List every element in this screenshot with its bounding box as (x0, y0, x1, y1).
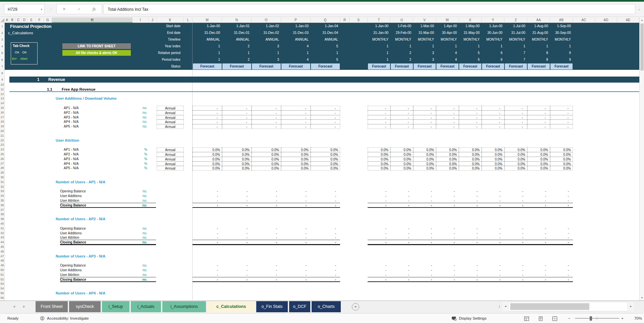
column-header-N[interactable]: N (222, 17, 252, 23)
row-label[interactable]: User Attrition (60, 273, 132, 277)
monthly-value-cell[interactable]: 0.0% (527, 157, 550, 162)
annual-value-cell[interactable]: 0.0% (311, 152, 340, 157)
annual-value-cell[interactable]: 0.0% (222, 152, 252, 157)
monthly-header-cell[interactable]: MONTHLY (390, 36, 413, 43)
annual-value-cell[interactable]: - (311, 120, 340, 124)
row-header-3[interactable]: 3 (0, 36, 5, 43)
monthly-value-cell[interactable]: - (504, 189, 527, 194)
zoom-slider[interactable] (575, 318, 619, 319)
monthly-value-cell[interactable]: - (436, 120, 459, 124)
annual-value-cell[interactable]: - (311, 231, 340, 236)
monthly-value-cell[interactable]: - (482, 235, 504, 240)
status-forecast-cell[interactable]: Forecast (281, 63, 310, 70)
row-label[interactable]: AP2 - N/A (64, 110, 131, 115)
monthly-value-cell[interactable]: - (413, 231, 436, 236)
monthly-header-cell[interactable]: 1 (436, 43, 459, 50)
annual-value-cell[interactable]: 0.0% (222, 166, 252, 171)
annual-value-cell[interactable]: - (222, 231, 252, 236)
monthly-value-cell[interactable]: - (390, 189, 413, 194)
column-header-G[interactable]: G (44, 17, 52, 23)
row-header-34[interactable]: 34 (0, 194, 5, 198)
monthly-header-cell[interactable]: 1 (368, 50, 390, 56)
sheet-tab-front-sheet[interactable]: Front Sheet (36, 301, 68, 312)
monthly-header-cell[interactable]: 8 (527, 56, 550, 63)
monthly-value-cell[interactable]: - (436, 273, 459, 277)
annual-value-cell[interactable]: - (193, 198, 222, 203)
annual-value-cell[interactable]: 0.0% (252, 157, 281, 162)
frequency-cell[interactable]: Annual (157, 110, 184, 115)
annual-header-cell[interactable]: 5 (311, 56, 340, 63)
annual-value-cell[interactable]: - (281, 268, 311, 273)
monthly-value-cell[interactable]: 0.0% (459, 147, 482, 152)
status-forecast-cell[interactable]: Forecast (550, 63, 573, 70)
monthly-value-cell[interactable]: - (550, 231, 573, 236)
monthly-value-cell[interactable]: - (459, 115, 482, 120)
annual-value-cell[interactable]: - (281, 110, 311, 115)
column-header-C[interactable]: C (15, 17, 21, 23)
monthly-value-cell[interactable]: - (368, 115, 390, 120)
monthly-value-cell[interactable]: - (459, 106, 482, 110)
annual-value-cell[interactable]: - (252, 106, 281, 110)
monthly-value-cell[interactable]: - (368, 124, 390, 129)
status-forecast-cell[interactable]: Forecast (252, 63, 281, 70)
monthly-value-cell[interactable]: 0.0% (413, 157, 436, 162)
annual-value-cell[interactable]: - (193, 124, 222, 129)
monthly-value-cell[interactable]: - (527, 124, 550, 129)
frequency-cell[interactable]: Annual (157, 147, 184, 152)
monthly-header-cell[interactable]: MONTHLY (413, 36, 436, 43)
annual-value-cell[interactable]: 0.0% (222, 157, 252, 162)
row-header-45[interactable]: 45 (0, 245, 5, 249)
row-label[interactable]: AP5 - N/A (64, 124, 131, 129)
annual-header-cell[interactable]: 1-Jan-02 (252, 23, 281, 30)
monthly-value-cell[interactable]: 0.0% (413, 166, 436, 171)
row-header-14[interactable]: 14 (0, 101, 5, 106)
monthly-header-cell[interactable]: 30-Apr-00 (436, 30, 459, 36)
monthly-header-cell[interactable]: 1-Jun-00 (482, 23, 504, 30)
monthly-value-cell[interactable]: - (368, 235, 390, 240)
row-header-56[interactable]: 56 (0, 296, 5, 301)
annual-header-cell[interactable]: 31-Dec-03 (281, 30, 311, 36)
column-header-Q[interactable]: Q (311, 17, 340, 23)
row-header-50[interactable]: 50 (0, 268, 5, 273)
sheet-tab-o-fin-stats[interactable]: o_Fin Stats (256, 301, 288, 312)
annual-header-cell[interactable]: 3 (252, 43, 281, 50)
annual-value-cell[interactable]: - (193, 106, 222, 110)
column-header-A[interactable]: A (5, 17, 9, 23)
column-header-S[interactable]: S (350, 17, 368, 23)
monthly-value-cell[interactable]: - (550, 235, 573, 240)
block-title[interactable]: Number of Users - AP3 - N/A (56, 254, 200, 259)
annual-value-cell[interactable]: - (252, 263, 281, 268)
monthly-header-cell[interactable]: 3 (413, 56, 436, 63)
monthly-value-cell[interactable]: 0.0% (390, 157, 413, 162)
monthly-value-cell[interactable]: - (459, 198, 482, 203)
annual-header-cell[interactable]: 1 (281, 50, 311, 56)
annual-value-cell[interactable]: - (311, 226, 340, 231)
monthly-header-cell[interactable]: 1-Mar-00 (413, 23, 436, 30)
monthly-header-cell[interactable]: 1-Apr-00 (436, 23, 459, 30)
monthly-header-cell[interactable]: 3 (413, 50, 436, 56)
monthly-value-cell[interactable]: 0.0% (413, 162, 436, 166)
monthly-value-cell[interactable]: 0.0% (436, 166, 459, 171)
unit-cell[interactable]: no. (132, 231, 149, 236)
column-header-D[interactable]: D (21, 17, 28, 23)
annual-value-cell[interactable]: - (311, 273, 340, 277)
row-header-41[interactable]: 41 (0, 226, 5, 231)
monthly-value-cell[interactable]: 0.0% (459, 166, 482, 171)
annual-value-cell[interactable]: 0.0% (281, 162, 311, 166)
monthly-value-cell[interactable]: - (436, 263, 459, 268)
monthly-value-cell[interactable]: - (550, 115, 573, 120)
annual-value-cell[interactable]: 0.0% (281, 157, 311, 162)
annual-value-cell[interactable]: - (193, 231, 222, 236)
monthly-value-cell[interactable]: - (504, 235, 527, 240)
sheet-tab-i-actuals[interactable]: i_Actuals (131, 301, 161, 312)
monthly-value-cell[interactable]: 0.0% (390, 166, 413, 171)
unit-cell[interactable]: % (132, 157, 149, 162)
status-forecast-cell[interactable]: Forecast (391, 63, 413, 70)
frequency-cell[interactable]: Annual (157, 157, 184, 162)
monthly-value-cell[interactable]: - (390, 120, 413, 124)
annual-value-cell[interactable]: - (222, 273, 252, 277)
monthly-value-cell[interactable]: - (482, 268, 504, 273)
monthly-value-cell[interactable]: - (413, 226, 436, 231)
row-header-15[interactable]: 15 (0, 106, 5, 110)
monthly-value-cell[interactable]: 0.0% (550, 147, 573, 152)
